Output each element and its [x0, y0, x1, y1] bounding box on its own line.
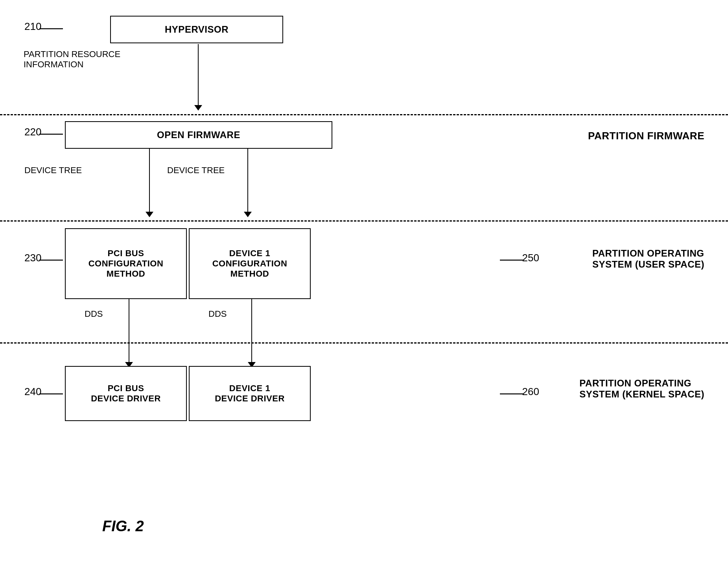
- diagram: 210 HYPERVISOR PARTITION RESOURCEINFORMA…: [0, 0, 728, 582]
- dds-right-label: DDS: [208, 309, 227, 319]
- ref-230: 230: [24, 252, 41, 264]
- partition-os-kernel-label: PARTITION OPERATINGSYSTEM (KERNEL SPACE): [579, 378, 704, 400]
- ref-210: 210: [24, 20, 41, 33]
- open-firmware-box: OPEN FIRMWARE: [65, 121, 332, 149]
- partition-os-user-label: PARTITION OPERATINGSYSTEM (USER SPACE): [592, 248, 704, 270]
- partition-resource-label: PARTITION RESOURCEINFORMATION: [24, 49, 126, 70]
- ref-260: 260: [522, 386, 539, 398]
- pci-bus-driver-box: PCI BUSDEVICE DRIVER: [65, 366, 187, 421]
- device1-config-box: DEVICE 1CONFIGURATIONMETHOD: [189, 228, 311, 299]
- ref-250: 250: [522, 252, 539, 264]
- ref-260-arrow: [500, 388, 523, 400]
- dashed-line-3: [0, 342, 728, 344]
- dds-left-label: DDS: [85, 309, 103, 319]
- ref-250-arrow: [500, 254, 523, 266]
- device-tree-left-label: DEVICE TREE: [24, 165, 82, 176]
- arrow-of-right: [244, 149, 252, 217]
- ref-210-arrow: [39, 23, 71, 35]
- partition-firmware-label: PARTITION FIRMWARE: [588, 130, 704, 142]
- dashed-line-2: [0, 220, 728, 222]
- dashed-line-1: [0, 114, 728, 115]
- arrow-of-left: [146, 149, 153, 217]
- device-tree-right-label: DEVICE TREE: [167, 165, 225, 176]
- arrow-device1-config-down: [248, 299, 256, 368]
- pci-bus-config-box: PCI BUSCONFIGURATIONMETHOD: [65, 228, 187, 299]
- ref-240: 240: [24, 386, 41, 398]
- arrow-hypervisor-to-of: [194, 44, 202, 111]
- device1-driver-box: DEVICE 1DEVICE DRIVER: [189, 366, 311, 421]
- arrow-pci-config-down: [125, 299, 133, 368]
- ref-220: 220: [24, 126, 41, 138]
- figure-caption: FIG. 2: [102, 518, 144, 535]
- hypervisor-box: HYPERVISOR: [110, 16, 283, 43]
